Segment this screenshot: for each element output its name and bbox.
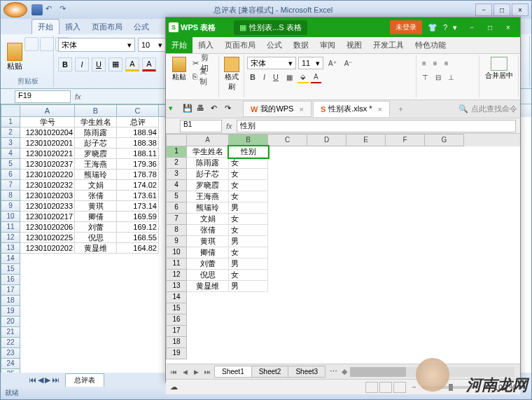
wps-cell[interactable]: 女 (229, 270, 268, 281)
copy-icon[interactable] (40, 37, 54, 51)
close-tab-icon[interactable]: × (378, 105, 382, 113)
cell[interactable]: 12301020204 (20, 127, 75, 138)
redo-icon[interactable]: ↷ (59, 4, 71, 15)
cell[interactable]: 黄琪 (75, 201, 117, 212)
wps-cell[interactable]: 女 (229, 225, 268, 236)
cell[interactable]: 学生姓名 (75, 117, 117, 127)
cell[interactable]: 12301020206 (20, 222, 75, 233)
cell[interactable]: 张倩 (75, 191, 117, 201)
wps-row-header[interactable]: 18 (166, 337, 187, 348)
wps-row-header[interactable]: 1 (166, 146, 187, 158)
row-header[interactable]: 23 (1, 348, 20, 359)
wps-cell[interactable]: 男 (229, 202, 268, 214)
row-header[interactable]: 2 (1, 127, 20, 138)
row-header[interactable]: 18 (1, 296, 20, 306)
cell[interactable]: 169.12 (117, 222, 159, 233)
fill-color-button[interactable]: A (125, 57, 139, 71)
cell[interactable]: 王海燕 (75, 159, 117, 170)
cell[interactable]: 学号 (20, 117, 75, 127)
wps-tab-审阅[interactable]: 审阅 (314, 37, 341, 53)
wps-font-size-select[interactable]: 11▾ (298, 57, 323, 69)
col-header-C[interactable]: C (117, 104, 159, 117)
cell[interactable]: 熊瑞玲 (75, 170, 117, 180)
wps-col-header-B[interactable]: B (229, 134, 268, 146)
wps-row-header[interactable]: 9 (166, 236, 187, 247)
wps-col-header-E[interactable]: E (346, 134, 386, 146)
wps-row-header[interactable]: 3 (166, 169, 187, 180)
wps-row-header[interactable]: 8 (166, 225, 187, 236)
cell[interactable]: 179.36 (117, 159, 159, 170)
wps-cell[interactable]: 女 (229, 180, 268, 191)
font-name-select[interactable]: 宋体▾ (58, 38, 135, 52)
undo-icon[interactable]: ↶ (211, 104, 222, 115)
ribbon-toggle-icon[interactable]: ▾ (453, 23, 457, 32)
wps-file-tab[interactable]: W我的WPS× (243, 101, 312, 117)
cell[interactable]: 12301020201 (20, 138, 75, 149)
wps-col-header-A[interactable]: A (187, 134, 229, 146)
cell[interactable]: 12301020233 (20, 201, 75, 212)
wps-command-search[interactable]: 🔍 点此查找命令 (458, 104, 517, 114)
sheet-nav-prev-icon[interactable]: ◀ (38, 375, 43, 385)
cell[interactable]: 164.82 (117, 243, 159, 254)
wps-tab-特色功能[interactable]: 特色功能 (410, 37, 451, 53)
close-tab-icon[interactable]: × (299, 105, 303, 113)
wps-zoom-level[interactable]: 100 % (494, 383, 516, 392)
wps-row-header[interactable]: 16 (166, 315, 187, 326)
wps-doc-name[interactable]: ▦性别表...S 表格 (234, 20, 307, 35)
wps-tab-视图[interactable]: 视图 (341, 37, 368, 53)
cell[interactable]: 彭子芯 (75, 138, 117, 149)
cell[interactable]: 12301020237 (20, 159, 75, 170)
wps-sheet-tab[interactable]: Sheet1 (214, 366, 252, 378)
wps-row-header[interactable]: 10 (166, 247, 187, 258)
wps-bold-button[interactable]: B (247, 71, 258, 83)
col-header-A[interactable]: A (20, 104, 75, 117)
cell[interactable]: 总评 (117, 117, 159, 127)
wps-row-header[interactable]: 12 (166, 270, 187, 281)
increase-font-icon[interactable]: A⁺ (326, 57, 340, 69)
wps-row-header[interactable]: 11 (166, 258, 187, 270)
sheet-nav-first-icon[interactable]: ⏮ (29, 375, 36, 385)
cell[interactable]: 12301020220 (20, 170, 75, 180)
row-header[interactable]: 8 (1, 191, 20, 201)
excel-tab-开始[interactable]: 开始 (31, 19, 59, 34)
wps-minimize-button[interactable]: － (463, 20, 481, 34)
cell[interactable]: 168.55 (117, 233, 159, 243)
align-center-icon[interactable]: ≡ (430, 57, 440, 69)
wps-copy-button[interactable]: ⎘复制 (190, 70, 216, 83)
row-header[interactable]: 11 (1, 222, 20, 233)
wps-font-color-button[interactable]: A (311, 71, 321, 83)
wps-merge-center-button[interactable]: 合并居中 (485, 57, 513, 81)
wps-tab-开始[interactable]: 开始 (166, 37, 192, 53)
wps-cell[interactable]: 王海燕 (187, 191, 229, 202)
wps-row-header[interactable]: 13 (166, 281, 187, 292)
excel-tab-页面布局[interactable]: 页面布局 (86, 20, 128, 34)
cell[interactable]: 173.61 (117, 191, 159, 201)
wps-maximize-button[interactable]: □ (481, 20, 499, 34)
row-header[interactable]: 22 (1, 338, 20, 348)
wps-cell[interactable]: 熊瑞玲 (187, 202, 229, 214)
sheet-nav-first-icon[interactable]: ⏮ (169, 368, 178, 375)
align-left-icon[interactable]: ≡ (419, 57, 429, 69)
fx-icon[interactable]: fx (75, 92, 81, 101)
wps-cell[interactable]: 男 (229, 281, 268, 292)
cell[interactable]: 罗晓霞 (75, 149, 117, 159)
skin-icon[interactable]: 👕 (428, 23, 438, 32)
cell[interactable]: 12301020221 (20, 149, 75, 159)
wps-font-name-select[interactable]: 宋体▾ (247, 57, 296, 69)
cell[interactable]: 178.78 (117, 170, 159, 180)
cell[interactable]: 12301020225 (20, 233, 75, 243)
zoom-in-button[interactable]: ＋ (482, 382, 490, 392)
wps-tab-公式[interactable]: 公式 (261, 37, 288, 53)
cell[interactable]: 文娟 (75, 180, 117, 191)
cell[interactable]: 12301020202 (20, 243, 75, 254)
cell[interactable]: 12301020203 (20, 191, 75, 201)
page-layout-view-icon[interactable] (379, 382, 392, 393)
wps-cell[interactable]: 学生姓名 (187, 146, 229, 158)
file-dropdown-icon[interactable]: ▾ (169, 104, 180, 115)
select-all-corner[interactable] (1, 104, 20, 117)
wps-cell[interactable]: 卿倩 (187, 247, 229, 258)
save-icon[interactable]: 💾 (183, 104, 194, 115)
row-header[interactable]: 14 (1, 254, 20, 264)
wps-cell[interactable]: 黄显维 (187, 281, 229, 292)
row-header[interactable]: 12 (1, 233, 20, 243)
